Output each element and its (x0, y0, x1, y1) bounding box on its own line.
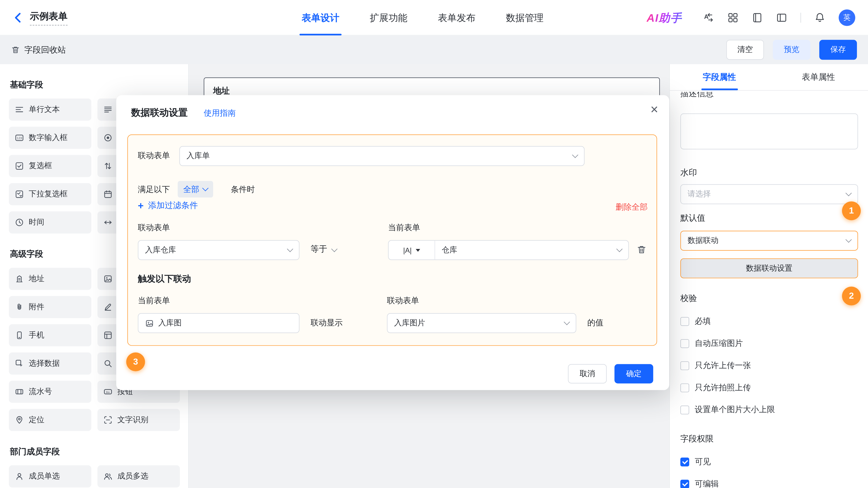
people-icon (103, 472, 112, 481)
condition-left-select[interactable]: 入库仓库 (138, 240, 300, 260)
user-avatar[interactable]: 英 (839, 9, 855, 26)
usage-guide-link[interactable]: 使用指南 (204, 108, 236, 119)
watermark-label: 水印 (680, 168, 697, 178)
field-type-value: |A| (403, 246, 412, 254)
image-icon (103, 274, 112, 283)
field-member-single[interactable]: 成员单选 (9, 465, 91, 488)
condition-mode-select[interactable]: 全部 (178, 181, 213, 197)
default-value-label: 默认值 (680, 213, 705, 224)
field-type-select[interactable]: |A| (389, 240, 435, 259)
field-serial-number[interactable]: 流水号 (9, 381, 91, 403)
operator-value: 等于 (311, 244, 327, 255)
tab-form-properties[interactable]: 表单属性 (769, 64, 868, 90)
save-button[interactable]: 保存 (819, 40, 857, 60)
checkbox-max-size[interactable]: 设置单个图片大小上限 (680, 404, 775, 415)
checkbox-icon[interactable] (680, 405, 689, 414)
field-label: 文字识别 (117, 415, 148, 425)
chevron-down-icon (287, 246, 293, 252)
checkbox-label: 可见 (694, 456, 711, 467)
checkbox-label: 只允许上传一张 (694, 360, 751, 371)
default-value-select[interactable]: 数据联动 (680, 231, 858, 251)
checkbox-label: 设置单个图片大小上限 (694, 404, 775, 415)
preview-button[interactable]: 预览 (773, 40, 811, 60)
apps-grid-icon[interactable] (727, 12, 739, 23)
field-ocr[interactable]: 文字识别 (97, 409, 180, 431)
checkbox-single-upload[interactable]: 只允许上传一张 (680, 360, 751, 371)
condition-right-select[interactable]: 仓库 (435, 240, 628, 259)
checkbox-label: 只允许拍照上传 (694, 382, 751, 393)
chevron-down-icon (572, 152, 579, 158)
field-select-data[interactable]: 选择数据 (9, 352, 91, 375)
field-address[interactable]: 地址 (9, 268, 91, 290)
delete-all-button[interactable]: 删除全部 (616, 202, 648, 213)
field-member-multi[interactable]: 成员多选 (97, 465, 180, 488)
checkbox-icon[interactable] (680, 317, 689, 326)
field-checkbox[interactable]: 复选框 (9, 155, 91, 177)
validation-label: 校验 (680, 293, 697, 304)
notebook-icon[interactable] (752, 12, 763, 23)
form-title[interactable]: 示例表单 (30, 10, 68, 25)
tab-form-design[interactable]: 表单设计 (301, 0, 340, 35)
divider (800, 13, 801, 23)
field-label: 定位 (29, 415, 44, 425)
field-dropdown-multiselect[interactable]: 下拉复选框 (9, 183, 91, 205)
tab-extensions[interactable]: 扩展功能 (369, 0, 408, 35)
confirm-button[interactable]: 确定 (614, 364, 653, 383)
member-fields-grid: 成员单选 成员多选 (9, 465, 179, 488)
linked-form-select[interactable]: 入库单 (179, 146, 585, 166)
checkbox-icon[interactable] (680, 383, 689, 392)
notification-bell-icon[interactable] (814, 12, 825, 23)
watermark-select[interactable]: 请选择 (680, 184, 858, 204)
modal-title: 数据联动设置 (131, 106, 188, 119)
ai-assistant-button[interactable]: AI助手 (647, 10, 682, 25)
clear-button[interactable]: 清空 (726, 40, 764, 60)
field-label: 手机 (29, 330, 44, 340)
signature-pen-icon (103, 303, 112, 312)
field-mobile[interactable]: 手机 (9, 324, 91, 346)
field-location[interactable]: 定位 (9, 409, 91, 431)
delete-condition-trash-icon[interactable] (637, 245, 647, 254)
field-attachment[interactable]: 附件 (9, 296, 91, 318)
radio-icon (103, 133, 112, 142)
properties-panel: 字段属性 表单属性 描述信息 水印 请选择 默认值 数据联动 数据联动设 (669, 64, 868, 488)
back-chevron-icon[interactable] (12, 11, 24, 24)
checkbox-icon (15, 162, 24, 170)
checkbox-visible[interactable]: 可见 (680, 456, 711, 467)
step-badge-3: 3 (126, 352, 145, 371)
operator-select[interactable]: 等于 (311, 244, 337, 255)
description-label-clipped: 描述信息 (680, 92, 714, 99)
tab-form-publish[interactable]: 表单发布 (437, 0, 476, 35)
trigger-target-field[interactable]: 入库图 (138, 313, 300, 333)
checkbox-editable[interactable]: 可编辑 (680, 479, 719, 488)
checkbox-camera-only[interactable]: 只允许拍照上传 (680, 382, 751, 393)
close-icon[interactable]: × (651, 103, 658, 116)
translate-icon[interactable]: A (703, 12, 714, 23)
checkbox-required[interactable]: 必填 (680, 316, 711, 326)
checkbox-checked-icon[interactable] (680, 480, 689, 488)
tab-field-properties[interactable]: 字段属性 (670, 64, 769, 90)
tab-data-management[interactable]: 数据管理 (505, 0, 545, 35)
checkbox-icon[interactable] (680, 361, 689, 370)
range-icon (103, 218, 112, 227)
back-group[interactable]: 示例表单 (0, 10, 68, 25)
field-number-input[interactable]: 123 数字输入框 (9, 127, 91, 149)
field-time[interactable]: 时间 (9, 212, 91, 234)
sidebar-layout-icon[interactable] (776, 12, 787, 23)
trigger-left-label: 当前表单 (138, 295, 170, 306)
field-label: 复选框 (29, 161, 52, 171)
description-textarea[interactable] (680, 113, 858, 149)
cancel-button[interactable]: 取消 (568, 364, 607, 383)
field-recycle-bin-button[interactable]: 字段回收站 (11, 44, 66, 55)
svg-text:A: A (704, 13, 708, 20)
field-single-line-text[interactable]: 单行文本 (9, 98, 91, 121)
field-label: 地址 (29, 274, 44, 284)
trigger-source-select[interactable]: 入库图片 (387, 313, 577, 333)
checkbox-checked-icon[interactable] (680, 457, 689, 466)
button-field-icon: Btn (103, 387, 112, 396)
field-label: 时间 (29, 217, 44, 227)
checkbox-icon[interactable] (680, 339, 689, 348)
checkbox-auto-compress[interactable]: 自动压缩图片 (680, 338, 743, 349)
data-linkage-settings-button[interactable]: 数据联动设置 (680, 258, 858, 278)
add-filter-condition-button[interactable]: + 添加过滤条件 (138, 200, 198, 211)
linkage-rule-box: 联动表单 入库单 满足以下 全部 条件时 + 添加过滤条件 删除全部 联动表单 … (127, 134, 657, 346)
